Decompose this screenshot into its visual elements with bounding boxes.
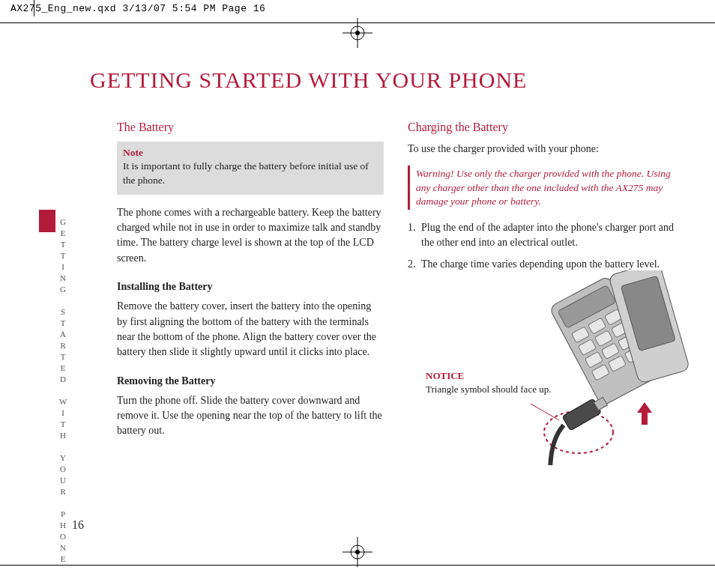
flip-phone-icon: [487, 270, 697, 465]
note-label: Note: [123, 146, 378, 160]
svg-point-3: [355, 31, 360, 35]
step-number-2: 2.: [408, 257, 421, 272]
step-2-text: The charge time varies depending upon th…: [421, 257, 660, 272]
battery-intro: The phone comes with a rechargeable batt…: [117, 205, 384, 266]
step-1-text: Plug the end of the adapter into the pho…: [421, 220, 675, 251]
warning-block: Warning! Use only the charger provided w…: [408, 166, 675, 210]
notice-body: Triangle symbol should face up.: [426, 383, 551, 396]
notice-label: NOTICE: [426, 369, 551, 383]
removing-body: Turn the phone off. Slide the battery co…: [117, 393, 384, 439]
charging-intro: To use the charger provided with your ph…: [408, 142, 675, 157]
notice-block: NOTICE Triangle symbol should face up.: [426, 369, 551, 395]
section-heading-battery: The Battery: [117, 118, 384, 136]
charger-plug-icon: [530, 394, 622, 465]
phone-illustration: NOTICE Triangle symbol should face up.: [408, 278, 675, 458]
step-number-1: 1.: [408, 220, 421, 251]
column-right: Charging the Battery To use the charger …: [408, 118, 675, 458]
svg-point-7: [355, 550, 360, 554]
arrow-up-icon: [637, 402, 652, 425]
note-body: It is important to fully charge the batt…: [123, 160, 369, 185]
column-left: The Battery Note It is important to full…: [117, 118, 384, 458]
note-box: Note It is important to fully charge the…: [117, 142, 384, 195]
subhead-installing: Installing the Battery: [117, 279, 384, 294]
subhead-removing: Removing the Battery: [117, 374, 384, 389]
registration-mark-top: [343, 18, 372, 51]
section-heading-charging: Charging the Battery: [408, 118, 675, 136]
svg-line-27: [531, 404, 559, 420]
crop-tick: [34, 0, 34, 16]
page-body: GETTING STARTED WITH YOUR PHONE The Batt…: [52, 52, 675, 543]
svg-marker-28: [637, 402, 652, 425]
page-title: GETTING STARTED WITH YOUR PHONE: [90, 67, 675, 93]
print-slug: AX275_Eng_new.qxd 3/13/07 5:54 PM Page 1…: [10, 3, 265, 14]
installing-body: Remove the battery cover, insert the bat…: [117, 299, 384, 360]
